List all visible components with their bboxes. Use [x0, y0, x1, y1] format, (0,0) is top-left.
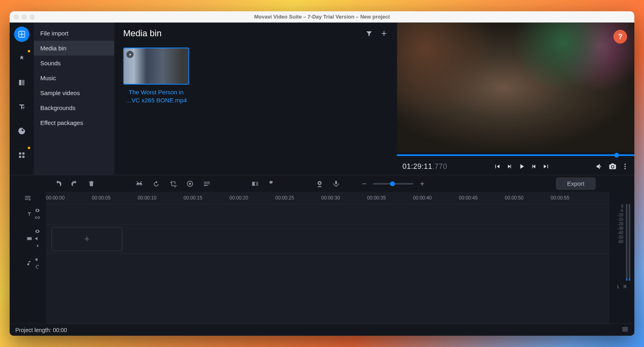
zoom-out-icon[interactable] [361, 181, 367, 187]
sidebar-item-media-bin[interactable]: Media bin [34, 41, 114, 56]
more-icon[interactable] [621, 163, 629, 170]
snapshot-icon[interactable] [609, 162, 617, 170]
sidebar-item-file-import[interactable]: File import [34, 26, 114, 41]
rail-transitions-button[interactable] [14, 75, 29, 90]
svg-rect-4 [23, 152, 25, 154]
rail-titles-button[interactable] [14, 99, 29, 114]
view-grid-icon[interactable] [621, 326, 629, 334]
ruler-tick: 00:00:50 [505, 195, 524, 201]
rail-more-button[interactable] [14, 148, 29, 163]
svg-point-11 [189, 183, 191, 185]
transition-wizard-icon[interactable] [251, 180, 259, 188]
crop-icon[interactable] [169, 180, 177, 188]
time-ruler[interactable]: 00:00:0000:00:0500:00:1000:00:1500:00:20… [46, 192, 609, 204]
step-forward-icon[interactable] [530, 163, 538, 170]
timecode-display: 01:29:11.770 [402, 162, 447, 171]
svg-point-8 [625, 166, 626, 167]
link-icon[interactable] [35, 264, 40, 270]
zoom-control [361, 181, 425, 187]
redo-icon[interactable] [71, 180, 79, 188]
svg-rect-18 [27, 237, 31, 240]
minimize-window-icon[interactable] [22, 15, 27, 19]
add-media-icon[interactable] [380, 29, 388, 37]
ruler-tick: 00:00:00 [46, 195, 65, 201]
app-body: File import Media bin Sounds Music Sampl… [10, 23, 634, 336]
rail-effects-button[interactable] [14, 51, 29, 66]
window-title: Movavi Video Suite – 7-Day Trial Version… [10, 14, 634, 20]
media-bin-title: Media bin [123, 28, 161, 39]
zoom-window-icon[interactable] [30, 15, 35, 19]
svg-rect-5 [19, 156, 21, 158]
export-button[interactable]: Export [556, 177, 596, 190]
notification-dot-icon [28, 50, 30, 52]
clip-properties-icon[interactable] [203, 180, 211, 188]
preview-scrubber[interactable] [397, 152, 634, 158]
skip-forward-icon[interactable] [543, 163, 550, 170]
sidebar-item-effect-packages[interactable]: Effect packages [34, 115, 114, 130]
notification-dot-icon [28, 147, 30, 149]
svg-point-7 [625, 164, 626, 165]
preview-video[interactable]: ? [397, 23, 634, 152]
sidebar-item-sounds[interactable]: Sounds [34, 56, 114, 71]
undo-icon[interactable] [54, 180, 62, 188]
rail-stickers-button[interactable] [14, 123, 29, 139]
zoom-knob-icon[interactable] [390, 181, 395, 186]
meter-scale-label: -5 [614, 208, 623, 213]
delete-icon[interactable] [88, 180, 95, 187]
microphone-icon[interactable] [332, 180, 340, 187]
color-adjust-icon[interactable] [186, 180, 194, 188]
filter-icon[interactable] [365, 30, 373, 37]
step-back-icon[interactable] [506, 163, 513, 170]
preview-pane: ? 01:29:11.770 [397, 23, 634, 175]
meter-scale-label: -50 [614, 235, 623, 239]
svg-rect-19 [27, 237, 27, 240]
meter-scale-label: 0 [614, 204, 623, 208]
meter-scale-label: -30 [614, 226, 623, 231]
video-track[interactable]: + [46, 224, 609, 253]
link-icon[interactable] [35, 215, 40, 220]
ruler-tick: 00:00:10 [138, 195, 157, 201]
visibility-icon[interactable] [35, 208, 40, 213]
track-label-titles [10, 204, 46, 224]
play-icon[interactable] [518, 162, 526, 170]
mute-icon[interactable] [35, 257, 40, 262]
rail-import-button[interactable] [14, 27, 29, 42]
svg-rect-1 [19, 80, 21, 85]
timeline-main: 00:00:0000:00:0500:00:1000:00:1500:00:20… [46, 192, 609, 324]
volume-icon[interactable] [596, 162, 604, 170]
meter-bar-left [626, 204, 627, 281]
zoom-in-icon[interactable] [419, 181, 425, 187]
sidebar-item-music[interactable]: Music [34, 71, 114, 85]
ruler-tick: 00:00:40 [413, 195, 432, 201]
ruler-tick: 00:00:05 [92, 195, 111, 201]
back-icon[interactable] [35, 243, 40, 249]
webcam-icon[interactable] [316, 180, 324, 188]
sidebar-item-backgrounds[interactable]: Backgrounds [34, 100, 114, 115]
sidebar-list: File import Media bin Sounds Music Sampl… [34, 23, 114, 175]
sidebar-item-sample-videos[interactable]: Sample videos [34, 85, 114, 100]
title-track[interactable] [46, 204, 609, 224]
meter-bar-right [629, 204, 630, 281]
track-label-video [10, 224, 46, 253]
rotate-icon[interactable] [152, 180, 160, 188]
marker-icon[interactable] [268, 180, 275, 187]
close-window-icon[interactable] [14, 15, 19, 19]
visibility-icon[interactable] [35, 229, 40, 234]
audio-track[interactable] [46, 253, 609, 273]
add-track-button[interactable] [10, 192, 46, 204]
meter-l-label: L [617, 285, 620, 289]
ruler-tick: 00:00:55 [551, 195, 570, 201]
ruler-tick: 00:00:20 [229, 195, 248, 201]
help-button[interactable]: ? [613, 30, 627, 44]
drop-clip-placeholder[interactable]: + [52, 227, 122, 251]
zoom-slider[interactable] [373, 183, 413, 185]
clip-thumbnail[interactable] [123, 48, 189, 85]
scrubber-handle-icon[interactable] [614, 153, 619, 158]
mute-icon[interactable] [35, 236, 40, 241]
project-length-label: Project length: 00:00 [15, 327, 67, 333]
skip-back-icon[interactable] [493, 163, 501, 170]
top-area: File import Media bin Sounds Music Sampl… [10, 23, 634, 175]
cut-icon[interactable] [135, 180, 143, 188]
app-window: Movavi Video Suite – 7-Day Trial Version… [10, 11, 634, 336]
media-clip[interactable]: The Worst Person in …VC x265 BONE.mp4 [123, 48, 189, 104]
